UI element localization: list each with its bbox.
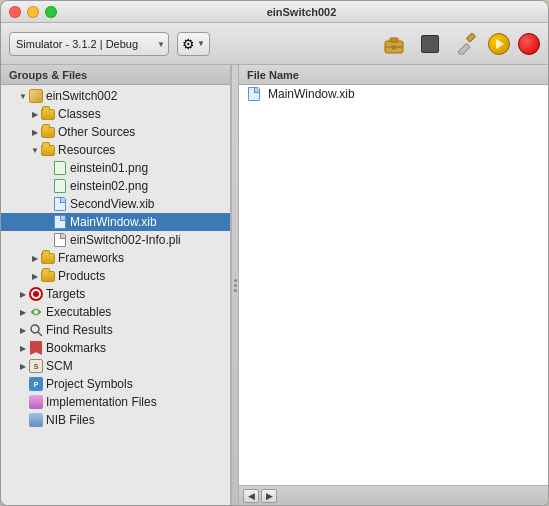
disclosure-executables[interactable] bbox=[17, 306, 29, 318]
sidebar-label-nib-files: NIB Files bbox=[46, 413, 95, 427]
disclosure-find-results[interactable] bbox=[17, 324, 29, 336]
sidebar-item-frameworks[interactable]: Frameworks bbox=[1, 249, 230, 267]
back-button[interactable]: ◀ bbox=[243, 489, 259, 503]
sidebar-item-targets[interactable]: Targets bbox=[1, 285, 230, 303]
file-list: File Name MainWindow.xib ◀ ▶ bbox=[239, 65, 548, 505]
sidebar-label-other-sources: Other Sources bbox=[58, 125, 135, 139]
sidebar-label-bookmarks: Bookmarks bbox=[46, 341, 106, 355]
sidebar-header: Groups & Files bbox=[1, 65, 230, 85]
png-einstein01-icon bbox=[53, 161, 67, 175]
sidebar-item-einstein02[interactable]: einstein02.png bbox=[1, 177, 230, 195]
hammer-icon bbox=[455, 33, 477, 55]
project-icon bbox=[29, 89, 43, 103]
disclosure-classes[interactable] bbox=[29, 108, 41, 120]
toolbar: Simulator - 3.1.2 | Debug ▼ ⚙ ▼ bbox=[1, 23, 548, 65]
file-item-name-mainwindow: MainWindow.xib bbox=[268, 87, 355, 101]
sidebar-item-scm[interactable]: S SCM bbox=[1, 357, 230, 375]
back-arrow-icon: ◀ bbox=[248, 491, 255, 501]
sidebar-content[interactable]: einSwitch002 Classes Other Sources bbox=[1, 85, 230, 505]
disclosure-other-sources[interactable] bbox=[29, 126, 41, 138]
gear-button[interactable]: ⚙ ▼ bbox=[177, 32, 210, 56]
sidebar-item-secondview[interactable]: SecondView.xib bbox=[1, 195, 230, 213]
sidebar-label-info-plist: einSwitch002-Info.pli bbox=[70, 233, 181, 247]
run-button[interactable] bbox=[488, 33, 510, 55]
sidebar-label-targets: Targets bbox=[46, 287, 85, 301]
disclosure-frameworks[interactable] bbox=[29, 252, 41, 264]
file-list-content[interactable]: MainWindow.xib bbox=[239, 85, 548, 485]
scheme-selector[interactable]: Simulator - 3.1.2 | Debug bbox=[9, 32, 169, 56]
file-list-item-mainwindow[interactable]: MainWindow.xib bbox=[239, 85, 548, 103]
resize-dot-2 bbox=[234, 284, 237, 287]
gear-arrow-icon: ▼ bbox=[197, 39, 205, 48]
sidebar-label-resources: Resources bbox=[58, 143, 115, 157]
sidebar-label-find-results: Find Results bbox=[46, 323, 113, 337]
impl-icon bbox=[29, 395, 43, 409]
disclosure-products[interactable] bbox=[29, 270, 41, 282]
xib-mainwindow-icon bbox=[53, 215, 67, 229]
disclosure-einswitch002[interactable] bbox=[17, 90, 29, 102]
toolbox-button[interactable] bbox=[380, 30, 408, 58]
exe-icon bbox=[29, 305, 43, 319]
toolbox-icon bbox=[383, 33, 405, 55]
bookmark-icon bbox=[29, 341, 43, 355]
sidebar-item-products[interactable]: Products bbox=[1, 267, 230, 285]
svg-rect-5 bbox=[466, 33, 475, 42]
sidebar-item-classes[interactable]: Classes bbox=[1, 105, 230, 123]
png-einstein02-icon bbox=[53, 179, 67, 193]
sidebar-item-nib-files[interactable]: NIB Files bbox=[1, 411, 230, 429]
disclosure-bookmarks[interactable] bbox=[17, 342, 29, 354]
sidebar-label-einstein02: einstein02.png bbox=[70, 179, 148, 193]
sidebar-item-bookmarks[interactable]: Bookmarks bbox=[1, 339, 230, 357]
sidebar-item-resources[interactable]: Resources bbox=[1, 141, 230, 159]
sidebar-item-info-plist[interactable]: einSwitch002-Info.pli bbox=[1, 231, 230, 249]
maximize-button[interactable] bbox=[45, 6, 57, 18]
svg-marker-6 bbox=[496, 39, 504, 49]
sidebar-label-mainwindow: MainWindow.xib bbox=[70, 215, 157, 229]
folder-classes-icon bbox=[41, 107, 55, 121]
file-list-header: File Name bbox=[239, 65, 548, 85]
disclosure-scm[interactable] bbox=[17, 360, 29, 372]
svg-point-8 bbox=[31, 325, 39, 333]
sidebar-resize-handle[interactable] bbox=[231, 65, 239, 505]
run-icon bbox=[492, 37, 506, 51]
stop-button[interactable] bbox=[416, 30, 444, 58]
sidebar-item-einstein01[interactable]: einstein01.png bbox=[1, 159, 230, 177]
disclosure-targets[interactable] bbox=[17, 288, 29, 300]
title-bar: einSwitch002 bbox=[1, 1, 548, 23]
find-icon bbox=[29, 323, 43, 337]
sidebar: Groups & Files einSwitch002 Classes bbox=[1, 65, 231, 505]
sidebar-item-project-symbols[interactable]: P Project Symbols bbox=[1, 375, 230, 393]
sidebar-label-impl-files: Implementation Files bbox=[46, 395, 157, 409]
scheme-selector-wrap: Simulator - 3.1.2 | Debug ▼ bbox=[9, 32, 169, 56]
svg-rect-1 bbox=[390, 38, 398, 42]
sidebar-item-find-results[interactable]: Find Results bbox=[1, 321, 230, 339]
svg-rect-4 bbox=[458, 43, 470, 55]
sidebar-item-other-sources[interactable]: Other Sources bbox=[1, 123, 230, 141]
sidebar-label-executables: Executables bbox=[46, 305, 111, 319]
sidebar-item-einswitch002[interactable]: einSwitch002 bbox=[1, 87, 230, 105]
build-button[interactable] bbox=[452, 30, 480, 58]
stop-circle-button[interactable] bbox=[518, 33, 540, 55]
symbols-icon: P bbox=[29, 377, 43, 391]
sidebar-item-executables[interactable]: Executables bbox=[1, 303, 230, 321]
sidebar-label-frameworks: Frameworks bbox=[58, 251, 124, 265]
sidebar-label-einswitch002: einSwitch002 bbox=[46, 89, 117, 103]
svg-line-9 bbox=[38, 332, 42, 336]
target-icon bbox=[29, 287, 43, 301]
sidebar-label-einstein01: einstein01.png bbox=[70, 161, 148, 175]
gear-icon: ⚙ bbox=[182, 36, 195, 52]
folder-frameworks-icon bbox=[41, 251, 55, 265]
disclosure-resources[interactable] bbox=[29, 144, 41, 156]
close-button[interactable] bbox=[9, 6, 21, 18]
forward-button[interactable]: ▶ bbox=[261, 489, 277, 503]
xib-file-list-icon bbox=[247, 87, 261, 101]
sidebar-label-classes: Classes bbox=[58, 107, 101, 121]
sidebar-item-mainwindow[interactable]: MainWindow.xib bbox=[1, 213, 230, 231]
scm-icon: S bbox=[29, 359, 43, 373]
stop-icon bbox=[421, 35, 439, 53]
folder-resources-icon bbox=[41, 143, 55, 157]
minimize-button[interactable] bbox=[27, 6, 39, 18]
resize-dot-1 bbox=[234, 279, 237, 282]
folder-other-icon bbox=[41, 125, 55, 139]
sidebar-item-impl-files[interactable]: Implementation Files bbox=[1, 393, 230, 411]
